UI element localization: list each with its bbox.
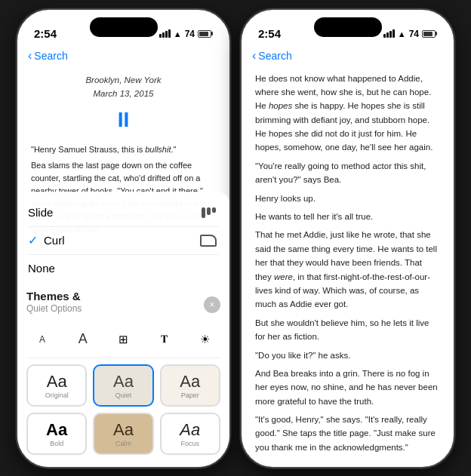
theme-calm-label: Calm: [100, 440, 146, 447]
wifi-icon: ▲: [174, 29, 182, 38]
bar4: [168, 29, 171, 38]
theme-bold[interactable]: Aa Bold: [26, 413, 87, 455]
bar1: [159, 34, 162, 38]
dynamic-island-right: [314, 17, 382, 37]
nav-bar-left: ‹ Search: [17, 48, 229, 67]
status-icons-left: ▲ 74: [159, 29, 213, 39]
right-phone: 2:54 ▲ 74 ‹: [240, 8, 455, 468]
signal-icon-right: [383, 29, 395, 38]
quiet-options-label: Quiet Options: [26, 303, 82, 314]
theme-paper-label: Paper: [168, 392, 213, 399]
right-para-2: "You're really going to method actor thi…: [255, 159, 440, 187]
chevron-left-icon: ‹: [28, 49, 32, 63]
toolbar-row: A A ⊞ 𝐓 ☀: [26, 324, 220, 358]
theme-original-aa: Aa: [34, 372, 79, 392]
theme-quiet-inner: Aa Quiet: [94, 366, 152, 405]
themes-header: Themes & Quiet Options ×: [26, 290, 220, 320]
time-right: 2:54: [258, 27, 281, 40]
battery-icon-right: [422, 30, 437, 38]
theme-original-label: Original: [34, 392, 79, 399]
right-para-4: He wants to tell her it's all true.: [255, 210, 440, 223]
theme-bold-inner: Aa Bold: [28, 414, 85, 453]
para-0: "Henry Samuel Strauss, this is bullshit.…: [31, 143, 216, 156]
slide-option-curl-left: ✓ Curl: [28, 233, 65, 247]
book-location: Brooklyn, New YorkMarch 13, 2015: [31, 73, 216, 101]
battery-label: 74: [185, 29, 195, 39]
book-content-right: He does not know what happened to Addie,…: [242, 67, 454, 459]
font-large-button[interactable]: A: [67, 327, 99, 352]
battery-tip-right: [436, 32, 437, 35]
bar3r: [389, 31, 392, 38]
theme-quiet[interactable]: Aa Quiet: [93, 364, 153, 407]
battery-icon: [198, 30, 213, 38]
right-para-5: That he met Addie, just like he wrote, t…: [255, 228, 440, 311]
font-small-button[interactable]: A: [26, 327, 58, 352]
themes-title-group: Themes & Quiet Options: [26, 290, 82, 320]
phones-container: 2:54 ▲ 74 ‹: [8, 1, 463, 476]
layout-button[interactable]: ⊞: [108, 327, 140, 352]
themes-section: Themes & Quiet Options × A A ⊞ 𝐓 ☀: [17, 287, 229, 461]
brightness-button[interactable]: ☀: [189, 327, 220, 352]
right-para-1: He does not know what happened to Addie,…: [255, 72, 440, 155]
theme-paper-inner: Aa Paper: [162, 366, 219, 405]
slide-option-curl[interactable]: ✓ Curl: [28, 227, 219, 255]
checkmark-icon: ✓: [28, 233, 38, 247]
theme-original[interactable]: Aa Original: [26, 364, 87, 407]
themes-title: Themes &: [26, 290, 81, 302]
theme-quiet-label: Quiet: [100, 392, 146, 399]
right-para-3: Henry looks up.: [255, 192, 440, 205]
slide-options: Slide ✓ Curl: [17, 192, 229, 287]
bar2: [162, 32, 165, 38]
right-para-9: "It's good, Henry," she says. "It's real…: [255, 413, 440, 454]
curl-icon-indicator: [198, 233, 219, 248]
theme-bold-label: Bold: [34, 440, 79, 447]
theme-calm[interactable]: Aa Calm: [93, 413, 153, 455]
battery-label-right: 74: [409, 29, 419, 39]
theme-focus-label: Focus: [168, 440, 213, 447]
time-left: 2:54: [34, 27, 57, 40]
slide-option-slide-left: Slide: [28, 206, 53, 219]
theme-calm-inner: Aa Calm: [94, 414, 152, 453]
slide-icon-indicator: [198, 205, 219, 220]
theme-quiet-aa: Aa: [100, 372, 146, 392]
left-phone: 2:54 ▲ 74 ‹: [16, 8, 231, 468]
theme-focus[interactable]: Aa Focus: [160, 413, 220, 455]
back-button-left[interactable]: ‹ Search: [28, 49, 68, 63]
back-button-right[interactable]: ‹ Search: [252, 49, 292, 63]
chapter-number: II: [31, 103, 216, 137]
theme-paper[interactable]: Aa Paper: [160, 364, 220, 407]
theme-original-inner: Aa Original: [28, 366, 85, 405]
right-para-8: And Bea breaks into a grin. There is no …: [255, 367, 440, 408]
overlay-panel: Slide ✓ Curl: [17, 192, 229, 467]
bar1r: [383, 34, 386, 38]
right-para-7: "Do you like it?" he asks.: [255, 349, 440, 362]
none-label: None: [28, 262, 55, 275]
theme-focus-inner: Aa Focus: [162, 414, 219, 453]
none-icon-indicator: [198, 261, 219, 276]
theme-bold-aa: Aa: [34, 420, 79, 440]
curl-label: Curl: [44, 234, 65, 247]
slide-option-none-left: None: [28, 262, 55, 275]
battery-tip: [211, 32, 213, 35]
slide-option-slide[interactable]: Slide: [28, 199, 219, 227]
slide-option-none[interactable]: None: [28, 255, 219, 282]
close-button[interactable]: ×: [204, 296, 220, 313]
bar3: [165, 31, 168, 38]
dynamic-island-left: [90, 17, 158, 37]
nav-bar-right: ‹ Search: [242, 48, 454, 67]
bar2r: [386, 32, 389, 38]
theme-focus-aa: Aa: [168, 420, 213, 440]
signal-icon: [159, 29, 171, 38]
font-style-button[interactable]: 𝐓: [148, 327, 180, 352]
theme-calm-aa: Aa: [100, 420, 146, 440]
slide-label: Slide: [28, 206, 53, 219]
chevron-left-icon-right: ‹: [252, 49, 256, 63]
theme-paper-aa: Aa: [168, 372, 213, 392]
status-icons-right: ▲ 74: [383, 29, 437, 39]
back-label-left: Search: [34, 50, 67, 62]
back-label-right: Search: [258, 50, 291, 62]
bar4r: [392, 29, 395, 38]
themes-grid: Aa Original Aa Quiet Aa Paper: [26, 364, 220, 455]
wifi-icon-right: ▲: [398, 29, 406, 38]
right-para-6: But she wouldn't believe him, so he lets…: [255, 316, 440, 344]
